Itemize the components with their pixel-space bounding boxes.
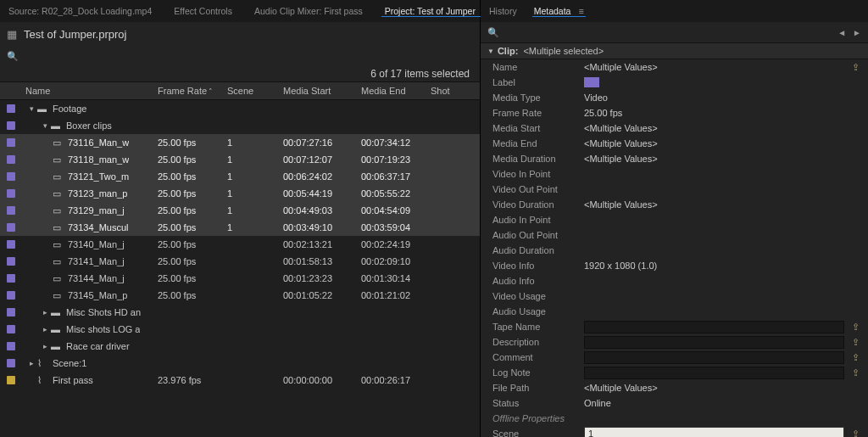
project-row[interactable]: ▭73145_Man_p25.00 fps00:01:05:2200:01:21…	[0, 287, 480, 304]
cell-frame-rate: 25.00 fps	[158, 171, 227, 182]
label-chip	[7, 291, 15, 300]
metadata-value: <Multiple Values>	[584, 199, 868, 210]
project-row[interactable]: ▸⌇Scene:1	[0, 355, 480, 372]
cell-frame-rate: 25.00 fps	[158, 222, 227, 233]
expand-toggle-icon[interactable]: ▸	[25, 359, 37, 367]
lock-icon: ⇪	[852, 322, 860, 333]
label-chip	[7, 342, 15, 350]
clip-section-header[interactable]: ▼ Clip: <Multiple selected>	[481, 42, 868, 59]
columns-header: Name Frame Rate˄ Scene Media Start Media…	[0, 81, 480, 100]
metadata-input[interactable]	[585, 352, 843, 362]
metadata-value: <Multiple Values>	[584, 154, 868, 164]
tab-history[interactable]: History	[487, 6, 519, 16]
lock-icon: ⇪	[852, 352, 860, 363]
cell-media-start: 00:03:49:10	[283, 222, 361, 233]
project-row[interactable]: ⌇First pass23.976 fps00:00:00:0000:00:26…	[0, 372, 480, 389]
project-row[interactable]: ▸▬Race car driver	[0, 338, 480, 355]
project-panel: Source: R02_28_Dock Loading.mp4 Effect C…	[0, 0, 481, 437]
project-row[interactable]: ▭73121_Two_m25.00 fps100:06:24:0200:06:3…	[0, 168, 480, 185]
panel-tabs: Source: R02_28_Dock Loading.mp4 Effect C…	[0, 0, 480, 22]
tab-project-label: Project: Test of Jumper	[385, 6, 476, 16]
metadata-input[interactable]	[585, 337, 843, 347]
cell-media-end: 00:07:19:23	[361, 154, 431, 165]
col-scene[interactable]: Scene	[227, 86, 283, 96]
metadata-row: Video In Point	[481, 166, 868, 182]
project-row[interactable]: ▭73134_Muscul25.00 fps100:03:49:1000:03:…	[0, 219, 480, 236]
project-search-row: 🔍	[0, 46, 480, 66]
expand-toggle-icon[interactable]: ▾	[39, 121, 51, 130]
sort-asc-icon: ˄	[209, 87, 213, 96]
project-row[interactable]: ▸▬Misc shots LOG a	[0, 321, 480, 338]
panel-menu-icon[interactable]: ≡	[578, 6, 583, 16]
metadata-row: Comment⇪	[481, 350, 868, 365]
metadata-input[interactable]	[585, 322, 843, 332]
project-row[interactable]: ▸▬Misc Shots HD an	[0, 304, 480, 321]
metadata-input[interactable]	[585, 367, 843, 378]
metadata-value: 25.00 fps	[584, 108, 868, 118]
project-rows: ▾▬Footage▾▬Boxer clips▭73116_Man_w25.00 …	[0, 100, 480, 437]
col-media-end[interactable]: Media End	[361, 86, 431, 96]
item-name: First pass	[53, 375, 93, 385]
label-chip	[7, 189, 15, 198]
next-arrow-icon[interactable]: ►	[853, 28, 861, 37]
col-shot[interactable]: Shot	[431, 86, 473, 96]
item-name: 73141_Man_j	[68, 256, 125, 266]
prev-arrow-icon[interactable]: ◄	[837, 28, 846, 37]
metadata-row: Media TypeVideo	[481, 90, 868, 105]
folder-icon: ▬	[51, 120, 66, 131]
cell-media-start: 00:01:58:13	[283, 256, 361, 266]
item-name: 73144_Man_j	[68, 273, 125, 283]
expand-toggle-icon[interactable]: ▸	[39, 342, 51, 350]
col-name[interactable]: Name	[22, 86, 158, 96]
metadata-row: Tape Name⇪	[481, 319, 868, 334]
project-row[interactable]: ▭73129_man_j25.00 fps100:04:49:0300:04:5…	[0, 202, 480, 219]
cell-media-start: 00:06:24:02	[283, 171, 361, 182]
label-chip	[7, 240, 15, 249]
tab-effect-controls[interactable]: Effect Controls	[170, 6, 236, 16]
project-row[interactable]: ▾▬Footage	[0, 100, 480, 117]
metadata-row: Audio Out Point	[481, 227, 868, 243]
project-row[interactable]: ▾▬Boxer clips	[0, 117, 480, 134]
label-chip	[7, 325, 15, 333]
project-row[interactable]: ▭73141_Man_j25.00 fps00:01:58:1300:02:09…	[0, 253, 480, 270]
project-row[interactable]: ▭73144_Man_j25.00 fps00:01:23:2300:01:30…	[0, 270, 480, 287]
tab-source[interactable]: Source: R02_28_Dock Loading.mp4	[5, 6, 155, 16]
disclosure-triangle-icon[interactable]: ▼	[487, 48, 494, 55]
project-row[interactable]: ▭73123_man_p25.00 fps100:05:44:1900:05:5…	[0, 185, 480, 202]
cell-media-start: 00:05:44:19	[283, 188, 361, 199]
col-frame-rate[interactable]: Frame Rate˄	[158, 86, 227, 96]
col-media-start[interactable]: Media Start	[283, 86, 361, 96]
label-color-swatch[interactable]	[584, 77, 599, 87]
item-name: Misc shots LOG a	[66, 324, 140, 334]
metadata-row: Video Info1920 x 1080 (1.0)	[481, 258, 868, 273]
label-chip	[7, 206, 15, 215]
cell-media-end: 00:01:30:14	[361, 273, 431, 283]
tab-metadata[interactable]: Metadata ≡	[532, 6, 586, 17]
project-search-input[interactable]	[24, 51, 473, 61]
metadata-label: Audio Out Point	[492, 230, 584, 240]
cell-scene: 1	[227, 205, 283, 216]
tab-audio-mixer[interactable]: Audio Clip Mixer: First pass	[251, 6, 366, 16]
project-browser-icon[interactable]: ▦	[7, 28, 17, 41]
project-row[interactable]: ▭73140_Man_j25.00 fps00:02:13:2100:02:24…	[0, 236, 480, 253]
cell-media-start: 00:07:12:07	[283, 154, 361, 165]
metadata-input[interactable]	[585, 429, 843, 437]
cell-frame-rate: 25.00 fps	[158, 239, 227, 249]
metadata-row: Name<Multiple Values>⇪	[481, 59, 868, 75]
item-name: 73134_Muscul	[68, 222, 129, 233]
project-row[interactable]: ▭73118_man_w25.00 fps100:07:12:0700:07:1…	[0, 151, 480, 168]
cell-media-start: 00:00:00:00	[283, 375, 361, 385]
lock-icon: ⇪	[852, 429, 860, 438]
expand-toggle-icon[interactable]: ▾	[25, 104, 37, 113]
tab-project[interactable]: Project: Test of Jumper ≡	[381, 6, 492, 17]
metadata-row: Label	[481, 75, 868, 90]
project-row[interactable]: ▭73116_Man_w25.00 fps100:07:27:1600:07:3…	[0, 134, 480, 151]
metadata-value: 1920 x 1080 (1.0)	[584, 261, 868, 271]
clip-icon: ▭	[53, 256, 68, 267]
item-name: 73140_Man_j	[68, 239, 125, 249]
metadata-search-input[interactable]	[504, 27, 837, 37]
label-chip	[7, 359, 15, 367]
expand-toggle-icon[interactable]: ▸	[39, 308, 51, 317]
item-name: 73121_Two_m	[68, 171, 129, 182]
expand-toggle-icon[interactable]: ▸	[39, 325, 51, 333]
